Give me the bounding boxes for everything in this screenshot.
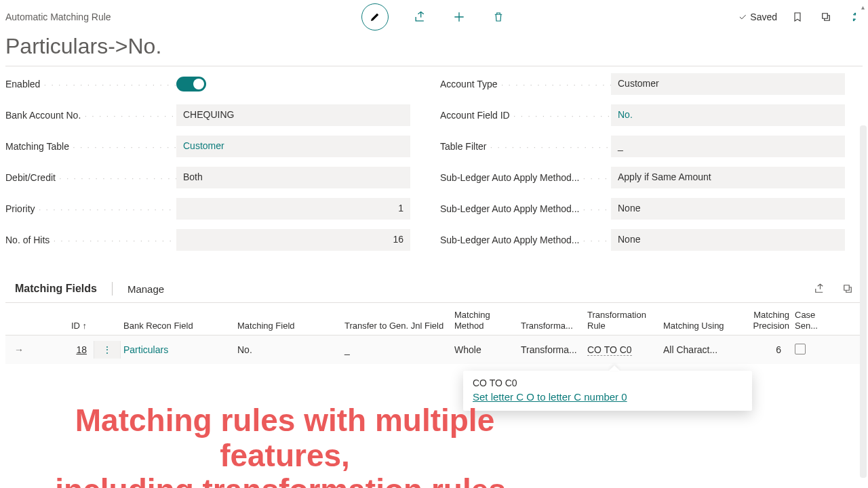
table-filter-label: Table Filter (440, 141, 611, 152)
hits-label: No. of Hits (5, 235, 176, 245)
sub-ledger-2-label: Sub-Ledger Auto Apply Method... (440, 203, 611, 214)
col-case[interactable]: Case Sen... (792, 310, 825, 331)
cell-using: All Charact... (660, 344, 739, 355)
col-using[interactable]: Matching Using (660, 321, 739, 331)
delete-icon[interactable] (490, 9, 507, 25)
col-precision[interactable]: Matching Precision (739, 310, 792, 331)
account-type-value[interactable]: Customer (611, 73, 845, 95)
col-rule[interactable]: Transformation Rule (585, 310, 660, 331)
account-type-label: Account Type (440, 79, 611, 89)
sub-ledger-1-value[interactable]: Apply if Same Amount (611, 167, 845, 188)
cell-case[interactable] (792, 344, 825, 357)
popout-icon[interactable] (818, 9, 834, 25)
grid-header: ID ↑ Bank Recon Field Matching Field Tra… (5, 303, 863, 336)
cell-bank-recon[interactable]: Particulars (121, 344, 235, 355)
cell-method: Whole (452, 344, 518, 355)
saved-status: Saved (738, 12, 777, 22)
matching-table-label: Matching Table (5, 141, 176, 152)
table-filter-value[interactable]: _ (611, 136, 845, 157)
breadcrumb: Automatic Matching Rule (5, 12, 111, 22)
sub-ledger-2-value[interactable]: None (611, 198, 845, 220)
sub-ledger-1-label: Sub-Ledger Auto Apply Method... (440, 172, 611, 183)
enabled-toggle[interactable] (176, 77, 206, 92)
sub-ledger-3-label: Sub-Ledger Auto Apply Method... (440, 235, 611, 245)
col-id[interactable]: ID ↑ (33, 321, 94, 331)
tooltip-title: CO TO C0 (473, 378, 743, 388)
page-title: Particulars->No. (0, 30, 868, 66)
bank-account-label: Bank Account No. (5, 110, 176, 121)
cell-precision: 6 (739, 344, 792, 355)
col-matching-field[interactable]: Matching Field (235, 321, 342, 331)
debit-credit-value[interactable]: Both (176, 167, 410, 188)
new-icon[interactable] (451, 9, 467, 25)
collapse-icon[interactable] (846, 9, 863, 25)
account-field-id-value[interactable]: No. (611, 104, 845, 126)
matching-table-value[interactable]: Customer (176, 136, 410, 157)
annotation-text: Matching rules with multiple features, i… (7, 403, 563, 488)
grid-expand-icon[interactable] (840, 281, 856, 297)
row-pointer-icon: → (5, 344, 33, 355)
table-row[interactable]: → 18 ⋮ Particulars No. _ Whole Transform… (5, 336, 863, 364)
manage-button[interactable]: Manage (127, 283, 164, 295)
sub-ledger-3-value[interactable]: None (611, 229, 845, 251)
tooltip-link[interactable]: Set letter C O to letter C number 0 (473, 391, 743, 403)
bookmark-icon[interactable] (789, 9, 806, 25)
priority-value[interactable]: 1 (176, 198, 410, 220)
col-method[interactable]: Matching Method (452, 310, 518, 331)
grid-share-icon[interactable] (811, 281, 827, 297)
col-bank-recon[interactable]: Bank Recon Field (121, 321, 235, 331)
hits-value[interactable]: 16 (176, 229, 410, 251)
col-transforma[interactable]: Transforma... (518, 321, 585, 331)
account-field-id-label: Account Field ID (440, 110, 611, 121)
bank-account-value[interactable]: CHEQUING (176, 104, 410, 126)
share-icon[interactable] (412, 9, 428, 25)
scrollbar[interactable]: ▴ (859, 71, 868, 478)
enabled-label: Enabled (5, 79, 176, 89)
priority-label: Priority (5, 203, 176, 214)
cell-matching-field: No. (235, 344, 342, 355)
saved-label: Saved (750, 12, 777, 22)
row-id[interactable]: 18 (33, 344, 94, 355)
divider (112, 282, 113, 296)
debit-credit-label: Debit/Credit (5, 172, 176, 183)
cell-transfer: _ (342, 344, 452, 355)
grid-section-title: Matching Fields (15, 283, 97, 295)
row-menu-icon[interactable]: ⋮ (94, 341, 121, 359)
cell-transforma: Transforma... (518, 344, 585, 355)
edit-button[interactable] (361, 3, 389, 30)
col-transfer[interactable]: Transfer to Gen. Jnl Field (342, 321, 452, 331)
cell-rule[interactable]: CO TO C0 (585, 344, 660, 356)
